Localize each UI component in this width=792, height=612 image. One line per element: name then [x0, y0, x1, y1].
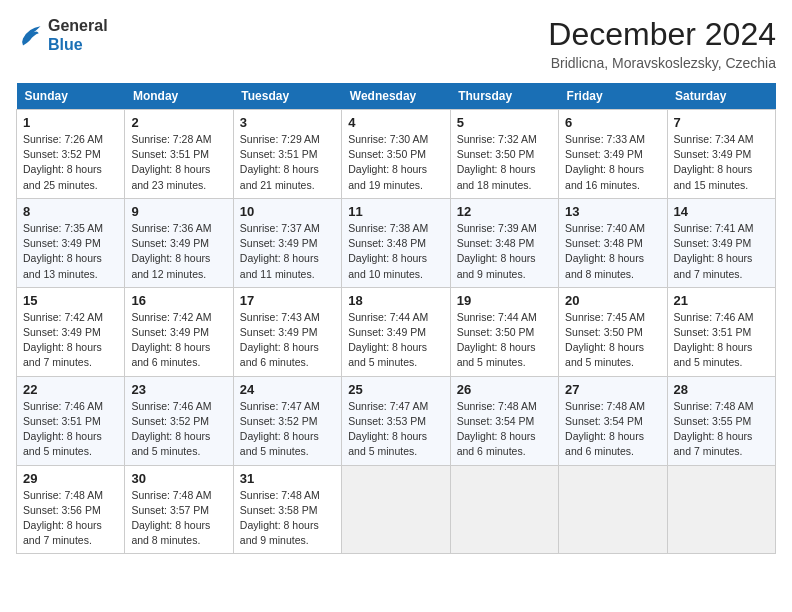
day-info: Sunrise: 7:41 AMSunset: 3:49 PMDaylight:… — [674, 221, 769, 282]
day-number: 21 — [674, 293, 769, 308]
day-number: 4 — [348, 115, 443, 130]
day-info: Sunrise: 7:48 AMSunset: 3:54 PMDaylight:… — [565, 399, 660, 460]
day-info: Sunrise: 7:26 AMSunset: 3:52 PMDaylight:… — [23, 132, 118, 193]
day-number: 23 — [131, 382, 226, 397]
day-number: 20 — [565, 293, 660, 308]
day-info: Sunrise: 7:34 AMSunset: 3:49 PMDaylight:… — [674, 132, 769, 193]
calendar-cell: 30Sunrise: 7:48 AMSunset: 3:57 PMDayligh… — [125, 465, 233, 554]
day-number: 10 — [240, 204, 335, 219]
week-row-1: 1Sunrise: 7:26 AMSunset: 3:52 PMDaylight… — [17, 110, 776, 199]
day-info: Sunrise: 7:47 AMSunset: 3:53 PMDaylight:… — [348, 399, 443, 460]
day-number: 12 — [457, 204, 552, 219]
week-row-5: 29Sunrise: 7:48 AMSunset: 3:56 PMDayligh… — [17, 465, 776, 554]
week-row-4: 22Sunrise: 7:46 AMSunset: 3:51 PMDayligh… — [17, 376, 776, 465]
logo: General Blue — [16, 16, 108, 54]
calendar-cell: 29Sunrise: 7:48 AMSunset: 3:56 PMDayligh… — [17, 465, 125, 554]
day-number: 28 — [674, 382, 769, 397]
day-number: 27 — [565, 382, 660, 397]
title-block: December 2024 Bridlicna, Moravskoslezsky… — [548, 16, 776, 71]
calendar-cell: 7Sunrise: 7:34 AMSunset: 3:49 PMDaylight… — [667, 110, 775, 199]
day-number: 8 — [23, 204, 118, 219]
calendar-cell: 5Sunrise: 7:32 AMSunset: 3:50 PMDaylight… — [450, 110, 558, 199]
calendar-cell: 15Sunrise: 7:42 AMSunset: 3:49 PMDayligh… — [17, 287, 125, 376]
day-info: Sunrise: 7:35 AMSunset: 3:49 PMDaylight:… — [23, 221, 118, 282]
calendar-cell: 27Sunrise: 7:48 AMSunset: 3:54 PMDayligh… — [559, 376, 667, 465]
day-info: Sunrise: 7:46 AMSunset: 3:52 PMDaylight:… — [131, 399, 226, 460]
calendar-cell — [342, 465, 450, 554]
calendar-header-row: SundayMondayTuesdayWednesdayThursdayFrid… — [17, 83, 776, 110]
day-info: Sunrise: 7:48 AMSunset: 3:58 PMDaylight:… — [240, 488, 335, 549]
day-header-sunday: Sunday — [17, 83, 125, 110]
day-info: Sunrise: 7:46 AMSunset: 3:51 PMDaylight:… — [674, 310, 769, 371]
day-number: 11 — [348, 204, 443, 219]
day-info: Sunrise: 7:48 AMSunset: 3:57 PMDaylight:… — [131, 488, 226, 549]
calendar-cell: 24Sunrise: 7:47 AMSunset: 3:52 PMDayligh… — [233, 376, 341, 465]
day-info: Sunrise: 7:48 AMSunset: 3:55 PMDaylight:… — [674, 399, 769, 460]
week-row-3: 15Sunrise: 7:42 AMSunset: 3:49 PMDayligh… — [17, 287, 776, 376]
calendar-cell: 31Sunrise: 7:48 AMSunset: 3:58 PMDayligh… — [233, 465, 341, 554]
day-info: Sunrise: 7:36 AMSunset: 3:49 PMDaylight:… — [131, 221, 226, 282]
day-info: Sunrise: 7:28 AMSunset: 3:51 PMDaylight:… — [131, 132, 226, 193]
calendar-cell: 12Sunrise: 7:39 AMSunset: 3:48 PMDayligh… — [450, 198, 558, 287]
day-number: 30 — [131, 471, 226, 486]
calendar-cell: 3Sunrise: 7:29 AMSunset: 3:51 PMDaylight… — [233, 110, 341, 199]
day-info: Sunrise: 7:40 AMSunset: 3:48 PMDaylight:… — [565, 221, 660, 282]
day-number: 17 — [240, 293, 335, 308]
day-number: 3 — [240, 115, 335, 130]
day-info: Sunrise: 7:30 AMSunset: 3:50 PMDaylight:… — [348, 132, 443, 193]
day-number: 13 — [565, 204, 660, 219]
day-header-monday: Monday — [125, 83, 233, 110]
day-number: 2 — [131, 115, 226, 130]
calendar-cell: 28Sunrise: 7:48 AMSunset: 3:55 PMDayligh… — [667, 376, 775, 465]
day-number: 24 — [240, 382, 335, 397]
day-number: 6 — [565, 115, 660, 130]
day-info: Sunrise: 7:42 AMSunset: 3:49 PMDaylight:… — [23, 310, 118, 371]
logo-text: General Blue — [48, 16, 108, 54]
day-info: Sunrise: 7:48 AMSunset: 3:56 PMDaylight:… — [23, 488, 118, 549]
day-info: Sunrise: 7:29 AMSunset: 3:51 PMDaylight:… — [240, 132, 335, 193]
day-number: 19 — [457, 293, 552, 308]
week-row-2: 8Sunrise: 7:35 AMSunset: 3:49 PMDaylight… — [17, 198, 776, 287]
calendar-cell: 1Sunrise: 7:26 AMSunset: 3:52 PMDaylight… — [17, 110, 125, 199]
page-header: General Blue December 2024 Bridlicna, Mo… — [16, 16, 776, 71]
day-info: Sunrise: 7:37 AMSunset: 3:49 PMDaylight:… — [240, 221, 335, 282]
day-number: 7 — [674, 115, 769, 130]
calendar-cell: 21Sunrise: 7:46 AMSunset: 3:51 PMDayligh… — [667, 287, 775, 376]
day-number: 25 — [348, 382, 443, 397]
calendar-cell: 16Sunrise: 7:42 AMSunset: 3:49 PMDayligh… — [125, 287, 233, 376]
calendar-cell: 17Sunrise: 7:43 AMSunset: 3:49 PMDayligh… — [233, 287, 341, 376]
day-number: 18 — [348, 293, 443, 308]
day-number: 26 — [457, 382, 552, 397]
calendar-cell: 23Sunrise: 7:46 AMSunset: 3:52 PMDayligh… — [125, 376, 233, 465]
calendar-cell — [667, 465, 775, 554]
calendar-table: SundayMondayTuesdayWednesdayThursdayFrid… — [16, 83, 776, 554]
day-info: Sunrise: 7:43 AMSunset: 3:49 PMDaylight:… — [240, 310, 335, 371]
day-info: Sunrise: 7:38 AMSunset: 3:48 PMDaylight:… — [348, 221, 443, 282]
calendar-cell: 26Sunrise: 7:48 AMSunset: 3:54 PMDayligh… — [450, 376, 558, 465]
day-header-thursday: Thursday — [450, 83, 558, 110]
calendar-cell: 22Sunrise: 7:46 AMSunset: 3:51 PMDayligh… — [17, 376, 125, 465]
calendar-cell: 18Sunrise: 7:44 AMSunset: 3:49 PMDayligh… — [342, 287, 450, 376]
calendar-cell: 10Sunrise: 7:37 AMSunset: 3:49 PMDayligh… — [233, 198, 341, 287]
day-header-tuesday: Tuesday — [233, 83, 341, 110]
day-number: 5 — [457, 115, 552, 130]
day-number: 31 — [240, 471, 335, 486]
calendar-cell: 4Sunrise: 7:30 AMSunset: 3:50 PMDaylight… — [342, 110, 450, 199]
calendar-cell: 6Sunrise: 7:33 AMSunset: 3:49 PMDaylight… — [559, 110, 667, 199]
day-number: 1 — [23, 115, 118, 130]
day-info: Sunrise: 7:47 AMSunset: 3:52 PMDaylight:… — [240, 399, 335, 460]
calendar-cell — [559, 465, 667, 554]
day-info: Sunrise: 7:32 AMSunset: 3:50 PMDaylight:… — [457, 132, 552, 193]
calendar-cell: 9Sunrise: 7:36 AMSunset: 3:49 PMDaylight… — [125, 198, 233, 287]
day-number: 15 — [23, 293, 118, 308]
day-number: 9 — [131, 204, 226, 219]
day-header-friday: Friday — [559, 83, 667, 110]
day-info: Sunrise: 7:42 AMSunset: 3:49 PMDaylight:… — [131, 310, 226, 371]
day-info: Sunrise: 7:33 AMSunset: 3:49 PMDaylight:… — [565, 132, 660, 193]
calendar-cell: 19Sunrise: 7:44 AMSunset: 3:50 PMDayligh… — [450, 287, 558, 376]
day-info: Sunrise: 7:44 AMSunset: 3:50 PMDaylight:… — [457, 310, 552, 371]
calendar-cell: 14Sunrise: 7:41 AMSunset: 3:49 PMDayligh… — [667, 198, 775, 287]
day-info: Sunrise: 7:48 AMSunset: 3:54 PMDaylight:… — [457, 399, 552, 460]
calendar-cell: 8Sunrise: 7:35 AMSunset: 3:49 PMDaylight… — [17, 198, 125, 287]
day-header-wednesday: Wednesday — [342, 83, 450, 110]
